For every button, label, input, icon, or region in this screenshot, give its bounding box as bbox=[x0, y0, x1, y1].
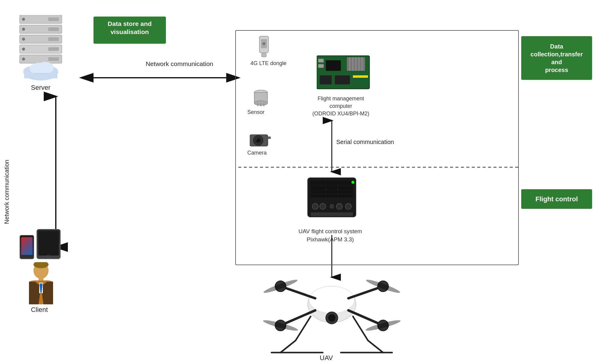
svg-point-19 bbox=[22, 48, 25, 51]
fmc-label: Flight management computer(ODROID XU4/BP… bbox=[308, 95, 374, 118]
svg-point-49 bbox=[256, 139, 258, 140]
svg-rect-23 bbox=[48, 57, 59, 61]
svg-rect-37 bbox=[262, 53, 266, 57]
svg-rect-11 bbox=[48, 17, 59, 21]
sensor-icon bbox=[253, 89, 268, 108]
camera-label: Camera bbox=[247, 150, 267, 156]
svg-rect-58 bbox=[318, 59, 324, 62]
tablet-icon bbox=[36, 229, 61, 259]
camera-icon bbox=[250, 131, 271, 149]
svg-point-88 bbox=[263, 278, 298, 295]
svg-line-93 bbox=[281, 340, 296, 353]
svg-rect-50 bbox=[268, 136, 271, 139]
svg-point-16 bbox=[22, 38, 25, 41]
svg-rect-20 bbox=[48, 47, 59, 51]
uav-fcs-label: UAV flight control systemPixhawk(APM 3.3… bbox=[290, 228, 371, 243]
svg-point-13 bbox=[22, 28, 25, 31]
svg-rect-60 bbox=[326, 60, 341, 71]
server-icon: Server bbox=[18, 15, 63, 92]
4g-lte-label: 4G LTE dongle bbox=[247, 60, 290, 67]
svg-rect-32 bbox=[39, 277, 43, 281]
svg-rect-59 bbox=[318, 64, 324, 68]
svg-rect-17 bbox=[48, 37, 59, 41]
server-label: Server bbox=[31, 84, 51, 92]
svg-point-99 bbox=[328, 314, 335, 322]
svg-rect-72 bbox=[311, 212, 353, 216]
svg-point-89 bbox=[365, 278, 401, 295]
svg-point-10 bbox=[22, 18, 25, 21]
svg-point-68 bbox=[329, 204, 334, 209]
data-collection-box: Datacollection,transfer andprocess bbox=[521, 36, 592, 80]
fmc-icon bbox=[317, 53, 371, 93]
uav-drone-icon bbox=[256, 271, 407, 360]
svg-point-28 bbox=[37, 62, 54, 74]
svg-rect-29 bbox=[24, 73, 57, 78]
svg-line-94 bbox=[353, 316, 368, 340]
serial-comm-label: Serial communication bbox=[336, 139, 394, 146]
diagram-container: Data store and visualisation Datacollect… bbox=[0, 0, 593, 364]
phone-icon bbox=[20, 235, 34, 259]
4g-lte-icon bbox=[255, 35, 273, 60]
svg-point-67 bbox=[320, 203, 326, 209]
client-label: Client bbox=[18, 306, 61, 314]
uav-label: UAV bbox=[320, 354, 333, 362]
svg-point-22 bbox=[22, 58, 25, 61]
svg-rect-65 bbox=[311, 181, 353, 197]
network-comm-vert-label: Network communication bbox=[3, 160, 15, 224]
pixhawk-icon bbox=[305, 176, 359, 226]
person-icon bbox=[21, 262, 61, 304]
svg-point-66 bbox=[312, 203, 318, 209]
svg-line-92 bbox=[296, 316, 311, 340]
svg-rect-61 bbox=[320, 75, 332, 84]
data-store-box: Data store and visualisation bbox=[94, 17, 166, 44]
svg-point-69 bbox=[336, 203, 342, 209]
svg-rect-14 bbox=[48, 27, 59, 31]
svg-point-38 bbox=[262, 42, 265, 45]
sensor-label: Sensor bbox=[247, 109, 265, 115]
flight-control-box: Flight control bbox=[521, 189, 592, 209]
svg-line-95 bbox=[368, 340, 383, 353]
svg-point-79 bbox=[309, 286, 354, 313]
network-comm-horiz-label: Network communication bbox=[127, 60, 232, 67]
client-section: Client bbox=[18, 229, 61, 314]
svg-rect-62 bbox=[335, 75, 350, 84]
svg-rect-63 bbox=[353, 75, 368, 78]
server-rack-svg bbox=[18, 15, 63, 81]
svg-point-70 bbox=[345, 203, 351, 209]
svg-point-71 bbox=[351, 181, 354, 184]
